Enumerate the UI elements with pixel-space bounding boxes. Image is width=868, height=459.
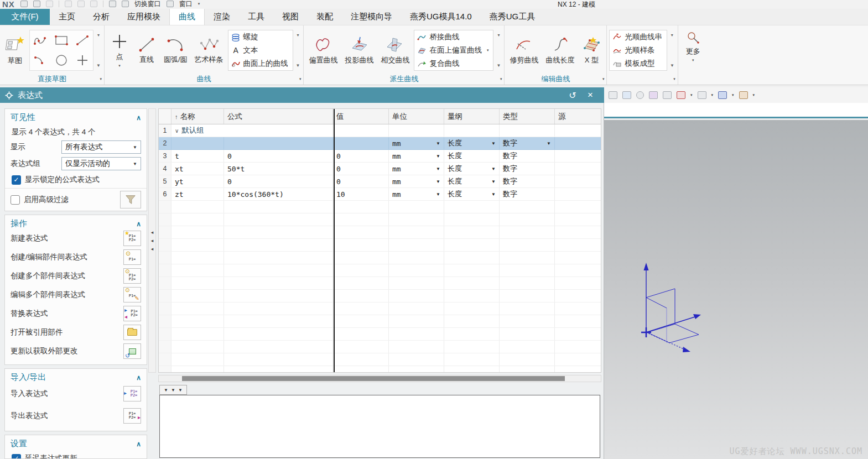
offset-curve-in-face-button[interactable]: 在面上偏置曲线 ▾: [414, 44, 493, 57]
group-label-direct-sketch[interactable]: 直接草图 ▾: [0, 74, 104, 85]
scroll-up-icon[interactable]: ▾: [96, 33, 101, 38]
rectangle-button[interactable]: [51, 30, 72, 50]
table-row-empty[interactable]: [159, 302, 601, 315]
table-row-empty[interactable]: [159, 239, 601, 252]
file-menu-button[interactable]: 文件(F): [0, 9, 50, 25]
cell-unit-dropdown[interactable]: mm▼: [389, 150, 444, 162]
show-hide-icon[interactable]: [609, 91, 617, 99]
sketch-button[interactable]: 草图: [2, 34, 28, 67]
header-value[interactable]: 值: [333, 109, 389, 124]
collapse-icon[interactable]: ∧: [136, 220, 141, 228]
filter-button[interactable]: [120, 191, 141, 208]
table-row-empty[interactable]: [159, 341, 601, 353]
chevron-down-icon[interactable]: ▾: [732, 93, 734, 97]
show-select[interactable]: 所有表达式 ▼: [61, 140, 141, 154]
cube-view-icon[interactable]: [718, 91, 727, 99]
line-button[interactable]: [72, 30, 93, 50]
line-button-big[interactable]: 直线: [134, 35, 159, 66]
window-display-icon[interactable]: [622, 91, 631, 99]
bridge-curve-button[interactable]: 桥接曲线: [414, 30, 493, 44]
close-button[interactable]: ×: [584, 90, 596, 101]
project-curve-button[interactable]: 投影曲线: [342, 35, 376, 66]
cell-name[interactable]: xt: [171, 163, 224, 175]
edit-multi-interpart-button[interactable]: ⊙ ✎ P1=: [123, 287, 141, 302]
chevron-down-icon[interactable]: ▾: [487, 48, 489, 53]
create-edit-interpart-button[interactable]: ⊙ P1=: [123, 249, 141, 265]
new-expression-button[interactable]: P1=P2= ★: [123, 231, 141, 246]
point-tool-button[interactable]: [72, 50, 93, 70]
cell-type[interactable]: 数字: [500, 188, 555, 200]
table-row-new[interactable]: 2 mm▼ 长度▼ 数字▼: [159, 137, 601, 150]
point-button[interactable]: 点 ▾: [107, 32, 132, 69]
group-label-derived-curve[interactable]: 派生曲线 ▾: [304, 74, 504, 85]
cell-formula[interactable]: 50*t: [224, 163, 333, 175]
table-row-empty[interactable]: [159, 328, 601, 341]
tab-yanxiu-tools[interactable]: 燕秀UG工具: [481, 9, 544, 25]
refresh-icon[interactable]: [636, 91, 644, 99]
arc-circle-button[interactable]: 圆弧/圆: [161, 35, 190, 66]
cell-dimension-dropdown[interactable]: 长度▼: [444, 188, 500, 200]
x-form-button[interactable]: X 型: [579, 35, 604, 66]
checkbox-checked-icon[interactable]: ✓: [12, 175, 21, 185]
window-menu-button[interactable]: 窗口: [179, 0, 193, 9]
chevron-down-icon[interactable]: ▾: [692, 58, 694, 62]
helix-button[interactable]: 螺旋: [228, 30, 293, 44]
replace-expression-button[interactable]: ▸ ◂ P1=P2=: [123, 306, 141, 321]
header-formula[interactable]: 公式: [224, 109, 333, 124]
chevron-down-icon[interactable]: ▾: [711, 93, 714, 97]
fillet-button[interactable]: [30, 50, 51, 70]
table-row[interactable]: 4 xt 50*t 0 mm▼ 长度▼ 数字: [159, 163, 601, 175]
cell-name[interactable]: yt: [171, 175, 224, 187]
curve-on-surface-button[interactable]: 曲面上的曲线: [228, 57, 293, 70]
group-label-smoothing[interactable]: ▾: [607, 74, 677, 85]
table-row-empty[interactable]: [159, 315, 601, 328]
collapse-icon[interactable]: ∧: [136, 374, 141, 382]
header-type[interactable]: 类型: [500, 109, 555, 124]
tab-assembly[interactable]: 装配: [308, 9, 342, 25]
table-row[interactable]: 3 t 0 0 mm▼ 长度 数字: [159, 150, 601, 163]
collapse-icon[interactable]: ∧: [136, 114, 141, 122]
header-dimension[interactable]: 量纲: [444, 109, 500, 124]
scroll-down-icon[interactable]: ▼: [96, 63, 101, 68]
cell-type[interactable]: 数字: [500, 163, 555, 175]
scroll-down-icon[interactable]: ▼: [296, 63, 300, 68]
group-label-curve[interactable]: 曲线 ▾: [105, 74, 304, 85]
tab-tools[interactable]: 工具: [239, 9, 273, 25]
cell-unit-dropdown[interactable]: mm▼: [389, 137, 444, 149]
tab-application[interactable]: 应用模块: [118, 9, 169, 25]
cell-name[interactable]: t: [171, 150, 224, 162]
text-button[interactable]: A 文本: [228, 44, 293, 57]
cell-dimension-dropdown[interactable]: 长度▼: [444, 163, 500, 175]
tab-view[interactable]: 视图: [273, 9, 308, 25]
smooth-curve-string-button[interactable]: 光顺曲线串: [610, 30, 667, 44]
create-edit-interpart-row[interactable]: 创建/编辑部件间表达式 ⊙ P1=: [11, 248, 141, 267]
scroll-up-icon[interactable]: ▾: [496, 33, 501, 38]
table-row-empty[interactable]: [159, 264, 601, 277]
offset-curve-button[interactable]: 偏置曲线: [306, 35, 340, 66]
cell-type[interactable]: 数字: [500, 150, 555, 162]
graphics-viewport[interactable]: UG爱好者论坛 WWW.UGSNX.COM: [604, 120, 868, 459]
header-unit[interactable]: 单位: [389, 109, 444, 124]
cell-name[interactable]: [171, 137, 224, 149]
tab-yanxiu-mold[interactable]: 燕秀UG模具14.0: [401, 9, 481, 25]
expression-group-select[interactable]: 仅显示活动的 ▼: [61, 157, 141, 170]
switch-window-button[interactable]: 切换窗口: [134, 0, 161, 9]
cell-dimension[interactable]: 长度: [444, 150, 500, 162]
trim-curve-button[interactable]: 修剪曲线: [507, 35, 541, 66]
table-row-empty[interactable]: [159, 252, 601, 264]
reset-button[interactable]: ↺: [566, 90, 579, 101]
table-row-empty[interactable]: [159, 213, 601, 226]
table-row-empty[interactable]: [159, 201, 601, 213]
update-external-button[interactable]: ↺: [123, 343, 141, 359]
cell-unit-dropdown[interactable]: mm▼: [389, 175, 444, 187]
tab-mold-wizard[interactable]: 注塑模向导: [342, 9, 401, 25]
checkbox-unchecked-icon[interactable]: [11, 195, 20, 205]
export-expression-button[interactable]: P1=P2= ▸: [123, 408, 141, 424]
composite-curve-button[interactable]: 复合曲线: [414, 57, 493, 70]
cell-name[interactable]: zt: [171, 188, 224, 200]
render-style-icon[interactable]: [698, 91, 706, 99]
header-source[interactable]: 源: [555, 109, 601, 124]
horizontal-scrollbar[interactable]: [158, 375, 601, 382]
chevron-down-icon[interactable]: ▾: [299, 77, 302, 81]
tab-analysis[interactable]: 分析: [84, 9, 118, 25]
